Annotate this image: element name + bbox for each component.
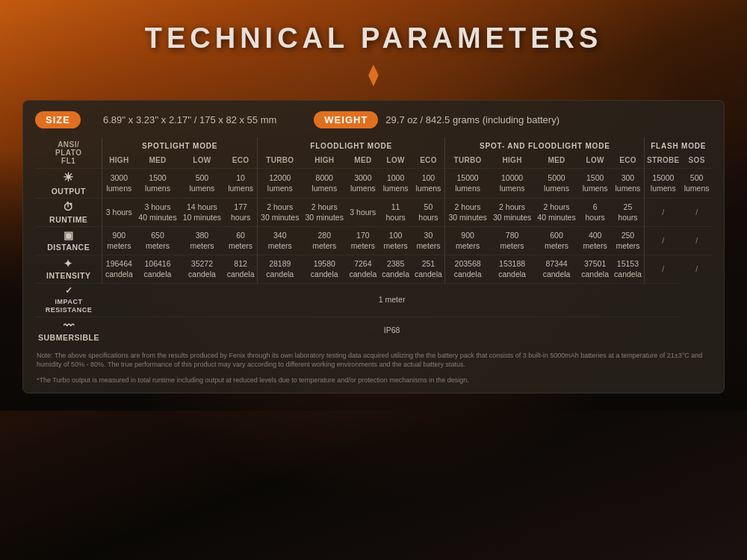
chevron-down-icon: ⧫ <box>368 62 379 87</box>
note-2: *The Turbo output is measured in total r… <box>35 376 712 385</box>
runtime-eco-sf: 25hours <box>612 199 645 227</box>
runtime-med-spot: 3 hours40 minutes <box>135 199 179 227</box>
subheader-high-1: HIGH <box>102 154 135 169</box>
output-high-sf: 10000lumens <box>490 169 534 199</box>
intensity-eco-spot: 812candela <box>224 255 257 284</box>
runtime-row: ⏱ RUNTIME 3 hours 3 hours40 minutes 14 h… <box>35 199 712 227</box>
subheader-eco-2: ECO <box>412 154 445 169</box>
distance-turbo-flood: 340meters <box>258 227 303 255</box>
runtime-low-spot: 14 hours10 minutes <box>180 199 224 227</box>
distance-med-flood: 170meters <box>347 227 379 255</box>
subheader-eco-1: ECO <box>224 154 257 169</box>
output-low-flood: 1000lumens <box>379 169 412 199</box>
runtime-low-sf: 6hours <box>579 199 612 227</box>
output-eco-sf: 300lumens <box>612 169 645 199</box>
runtime-label: ⏱ RUNTIME <box>35 199 102 227</box>
runtime-med-flood: 3 hours <box>347 199 379 227</box>
runtime-high-spot: 3 hours <box>102 199 135 227</box>
size-value: 6.89'' x 3.23'' x 2.17'' / 175 x 82 x 55… <box>103 114 276 125</box>
output-turbo-flood: 12000lumens <box>258 169 303 199</box>
intensity-label: ✦ INTENSITY <box>35 255 102 284</box>
distance-low-spot: 380meters <box>180 227 224 255</box>
subheader-sos: SOS <box>681 154 712 169</box>
intensity-high-sf: 153188candela <box>490 255 534 284</box>
intensity-icon: ✦ <box>63 257 73 270</box>
weight-badge: WEIGHT <box>314 111 378 128</box>
ansi-header: ANSI/PLATOFL1 <box>35 137 102 169</box>
output-strobe: 15000lumens <box>645 169 681 199</box>
parameters-table-container: SIZE 6.89'' x 3.23'' x 2.17'' / 175 x 82… <box>22 100 725 393</box>
intensity-low-sf: 37501candela <box>579 255 612 284</box>
submersible-row: 〰 SUBMERSIBLE IP68 <box>35 317 712 344</box>
runtime-eco-spot: 177hours <box>224 199 257 227</box>
submersible-value: IP68 <box>102 317 681 344</box>
intensity-med-sf: 87344candela <box>534 255 578 284</box>
specs-table: ANSI/PLATOFL1 SPOTLIGHT MODE FLOODLIGHT … <box>35 137 712 345</box>
distance-low-flood: 100meters <box>379 227 412 255</box>
submersible-label: 〰 SUBMERSIBLE <box>35 317 102 344</box>
runtime-turbo-flood: 2 hours30 minutes <box>258 199 303 227</box>
subheader-turbo-2: TURBO <box>445 154 490 169</box>
weight-group: WEIGHT 29.7 oz / 842.5 grams (including … <box>314 111 560 128</box>
intensity-med-flood: 7264candela <box>347 255 379 284</box>
output-low-sf: 1500lumens <box>579 169 612 199</box>
distance-label: ▣ DISTANCE <box>35 227 102 255</box>
runtime-sos: / <box>681 199 712 227</box>
submersible-icon: 〰 <box>63 319 75 332</box>
runtime-high-sf: 2 hours30 minutes <box>490 199 534 227</box>
intensity-low-flood: 2385candela <box>379 255 412 284</box>
subheader-high-3: HIGH <box>490 154 534 169</box>
subheader-med-3: MED <box>534 154 578 169</box>
intensity-turbo-flood: 28189candela <box>258 255 303 284</box>
runtime-turbo-sf: 2 hours30 minutes <box>445 199 490 227</box>
runtime-low-flood: 11hours <box>379 199 412 227</box>
intensity-high-spot: 196464candela <box>102 255 135 284</box>
distance-med-sf: 600meters <box>534 227 578 255</box>
output-eco-flood: 100lumens <box>412 169 445 199</box>
output-low-spot: 500lumens <box>180 169 224 199</box>
subheader-eco-3: ECO <box>612 154 645 169</box>
output-turbo-sf: 15000lumens <box>445 169 490 199</box>
distance-low-sf: 400meters <box>579 227 612 255</box>
output-row: ☀ OUTPUT 3000lumens 1500lumens 500lumens… <box>35 169 712 199</box>
distance-high-spot: 900meters <box>102 227 135 255</box>
output-med-spot: 1500lumens <box>135 169 179 199</box>
subheader-med-1: MED <box>135 154 179 169</box>
intensity-med-spot: 106416candela <box>135 255 179 284</box>
output-high-spot: 3000lumens <box>102 169 135 199</box>
distance-eco-spot: 60meters <box>224 227 257 255</box>
subheader-low-2: LOW <box>379 154 412 169</box>
distance-row: ▣ DISTANCE 900meters 650meters 380meters… <box>35 227 712 255</box>
distance-icon: ▣ <box>63 228 74 242</box>
intensity-strobe: / <box>645 255 681 284</box>
intensity-low-spot: 35272candela <box>180 255 224 284</box>
floodlight-header: FLOODLIGHT MODE <box>258 137 445 154</box>
distance-strobe: / <box>645 227 681 255</box>
size-weight-row: SIZE 6.89'' x 3.23'' x 2.17'' / 175 x 82… <box>35 111 712 128</box>
subheader-strobe: STROBE <box>645 154 681 169</box>
runtime-med-sf: 2 hours40 minutes <box>534 199 578 227</box>
intensity-row: ✦ INTENSITY 196464candela 106416candela … <box>35 255 712 284</box>
impact-row: ✓ IMPACT RESISTANCE 1 meter <box>35 283 712 317</box>
subheader-turbo-1: TURBO <box>258 154 303 169</box>
spotlight-header: SPOTLIGHT MODE <box>102 137 258 154</box>
output-med-sf: 5000lumens <box>534 169 578 199</box>
runtime-eco-flood: 50hours <box>412 199 445 227</box>
impact-icon: ✓ <box>65 285 73 297</box>
distance-high-flood: 280meters <box>303 227 347 255</box>
intensity-high-flood: 19580candela <box>303 255 347 284</box>
output-sos: 500lumens <box>681 169 712 199</box>
impact-value: 1 meter <box>102 283 681 317</box>
subheader-low-3: LOW <box>579 154 612 169</box>
subheader-med-2: MED <box>347 154 379 169</box>
subheader-high-2: HIGH <box>303 154 347 169</box>
runtime-high-flood: 2 hours30 minutes <box>303 199 347 227</box>
output-med-flood: 3000lumens <box>347 169 379 199</box>
output-icon: ☀ <box>63 170 74 186</box>
spot-flood-header: SPOT- AND FLOODLIGHT MODE <box>445 137 645 154</box>
output-label: ☀ OUTPUT <box>35 169 102 199</box>
distance-med-spot: 650meters <box>135 227 179 255</box>
runtime-strobe: / <box>645 199 681 227</box>
size-badge: SIZE <box>35 111 81 128</box>
impact-label: ✓ IMPACT RESISTANCE <box>35 283 102 317</box>
